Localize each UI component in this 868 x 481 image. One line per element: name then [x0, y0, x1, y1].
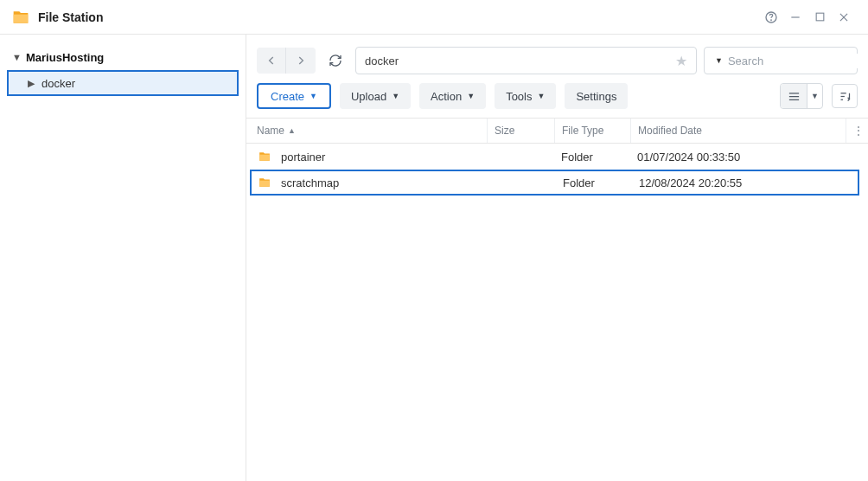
column-date[interactable]: Modified Date: [630, 119, 846, 143]
sidebar: ▼ MariusHosting ▶ docker: [0, 35, 246, 481]
chevron-down-icon: ▼: [12, 52, 26, 62]
column-name[interactable]: Name ▲: [246, 125, 487, 137]
table-row[interactable]: scratchmapFolder12/08/2024 20:20:55: [250, 170, 859, 196]
tree-root[interactable]: ▼ MariusHosting: [0, 45, 246, 69]
list-view-button[interactable]: [781, 84, 807, 108]
file-name: portainer: [281, 151, 325, 164]
table-row[interactable]: portainerFolder01/07/2024 00:33:50: [246, 144, 868, 170]
caret-down-icon: ▼: [310, 92, 317, 100]
file-type: Folder: [554, 151, 630, 164]
maximize-button[interactable]: [807, 5, 832, 29]
favorite-star-icon[interactable]: ★: [675, 53, 687, 69]
svg-point-1: [771, 20, 772, 21]
tree-item-label: docker: [41, 77, 75, 90]
create-button[interactable]: Create▼: [257, 83, 331, 109]
help-button[interactable]: [759, 5, 783, 29]
search-box[interactable]: ▼: [704, 47, 858, 74]
search-input[interactable]: [726, 54, 868, 68]
table-header: Name ▲ Size File Type Modified Date ⋮: [246, 118, 868, 144]
sort-button[interactable]: [832, 84, 858, 108]
file-date: 12/08/2024 20:20:55: [632, 176, 835, 189]
caret-down-icon: ▼: [392, 92, 399, 100]
file-name: scratchmap: [281, 176, 339, 189]
upload-button[interactable]: Upload▼: [340, 83, 411, 109]
forward-button[interactable]: [286, 48, 316, 74]
sort-asc-icon: ▲: [288, 126, 296, 135]
caret-down-icon: ▼: [538, 92, 546, 100]
tree-item-docker[interactable]: ▶ docker: [7, 70, 239, 96]
path-text: docker: [365, 55, 399, 67]
file-type: Folder: [556, 176, 632, 189]
file-list: portainerFolder01/07/2024 00:33:50scratc…: [246, 144, 868, 196]
window-title: File Station: [38, 10, 103, 24]
app-folder-icon: [12, 9, 29, 26]
chevron-right-icon: ▶: [28, 78, 41, 89]
view-dropdown-button[interactable]: ▼: [807, 84, 822, 108]
column-menu-button[interactable]: ⋮: [846, 119, 868, 143]
close-button[interactable]: [832, 5, 856, 29]
path-input[interactable]: docker ★: [355, 47, 697, 74]
view-mode-group: ▼: [780, 83, 823, 109]
nav-toolbar: docker ★ ▼: [246, 35, 868, 80]
tools-button[interactable]: Tools▼: [495, 83, 556, 109]
back-button[interactable]: [257, 48, 286, 74]
column-type[interactable]: File Type: [554, 119, 630, 143]
settings-button[interactable]: Settings: [565, 83, 628, 109]
action-button[interactable]: Action▼: [419, 83, 486, 109]
caret-down-icon: ▼: [467, 92, 475, 100]
tree-root-label: MariusHosting: [26, 51, 104, 64]
svg-rect-3: [816, 13, 824, 21]
search-dropdown-icon[interactable]: ▼: [715, 56, 723, 65]
minimize-button[interactable]: [783, 5, 807, 29]
titlebar: File Station: [0, 0, 868, 35]
column-size[interactable]: Size: [487, 119, 554, 143]
file-date: 01/07/2024 00:33:50: [630, 151, 846, 164]
main-panel: docker ★ ▼ Create▼ Upload▼ Action▼ Tools…: [246, 35, 868, 481]
refresh-button[interactable]: [322, 48, 348, 74]
nav-group: [257, 48, 316, 74]
action-toolbar: Create▼ Upload▼ Action▼ Tools▼ Settings …: [246, 80, 868, 118]
